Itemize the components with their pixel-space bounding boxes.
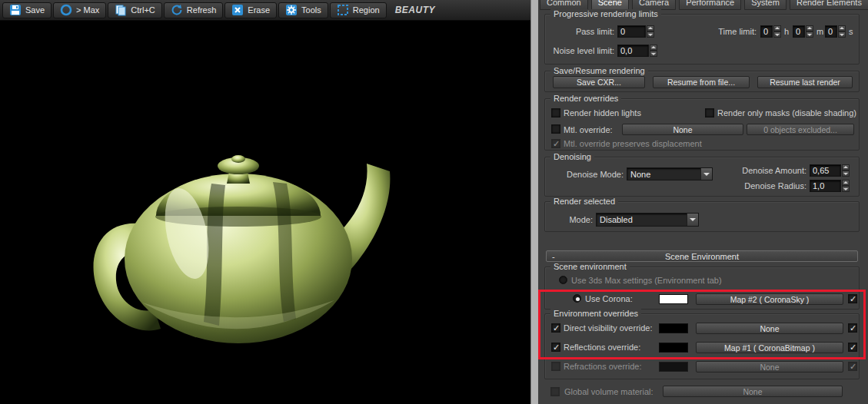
noise-limit-label: Noise level limit: xyxy=(547,46,614,56)
corona-environment-map-toggle[interactable] xyxy=(848,294,857,303)
copy-button-label: Ctrl+C xyxy=(131,5,155,15)
collapse-icon[interactable]: - xyxy=(552,252,555,261)
teapot-render xyxy=(88,91,396,353)
screenshot-root: Save > Max Ctrl+C Refresh xyxy=(0,0,868,404)
chevron-down-icon[interactable] xyxy=(700,168,712,180)
time-limit-label: Time limit: xyxy=(699,27,757,37)
use-max-settings-radio[interactable] xyxy=(559,276,567,284)
group-denoising: Denoising Denoise Mode: None Denoise Amo… xyxy=(544,157,860,197)
use-max-settings-label: Use 3ds Max settings (Environment tab) xyxy=(571,276,722,286)
preserve-displacement-checkbox[interactable] xyxy=(551,139,560,148)
refresh-button[interactable]: Refresh xyxy=(164,2,224,18)
direct-visibility-map-toggle[interactable] xyxy=(848,323,857,333)
window-divider xyxy=(530,0,538,404)
tools-button[interactable]: Tools xyxy=(278,2,328,18)
refresh-button-label: Refresh xyxy=(187,5,217,15)
denoise-mode-dropdown[interactable]: None xyxy=(627,167,713,180)
spinner-arrows-icon[interactable] xyxy=(838,25,846,38)
x-cross-icon xyxy=(231,4,244,16)
minutes-unit-label: m xyxy=(816,27,823,37)
group-title: Render overrides xyxy=(550,94,621,104)
time-seconds-value: 0 xyxy=(825,25,837,38)
render-selected-mode-dropdown[interactable]: Disabled xyxy=(596,213,699,227)
corona-environment-map-button[interactable]: Map #2 ( CoronaSky ) xyxy=(696,293,843,305)
denoise-amount-spinner[interactable]: 0,65 xyxy=(810,164,850,177)
objects-excluded-button[interactable]: 0 objects excluded... xyxy=(747,124,854,135)
denoise-radius-spinner[interactable]: 1,0 xyxy=(810,180,850,192)
mtl-override-label: Mtl. override: xyxy=(564,125,613,135)
pass-limit-label: Pass limit: xyxy=(553,27,614,37)
preserve-displacement-label: Mtl. override preserves displacement xyxy=(564,139,702,149)
use-corona-radio[interactable] xyxy=(573,294,581,303)
tab-performance[interactable]: Performance xyxy=(679,0,741,10)
noise-limit-value: 0,0 xyxy=(617,45,649,57)
render-only-masks-checkbox[interactable] xyxy=(705,108,714,118)
erase-button[interactable]: Erase xyxy=(224,2,277,18)
denoise-radius-label: Denoise Radius: xyxy=(730,181,806,191)
seconds-unit-label: s xyxy=(849,27,853,37)
copy-icon xyxy=(115,4,127,16)
resume-last-render-button[interactable]: Resume last render xyxy=(757,76,853,88)
noise-limit-spinner[interactable]: 0,0 xyxy=(617,45,657,57)
tab-system[interactable]: System xyxy=(744,0,787,10)
spinner-arrows-icon[interactable] xyxy=(647,25,654,38)
group-environment-overrides: Environment overrides Direct visibility … xyxy=(544,313,860,379)
hours-unit-label: h xyxy=(784,27,789,37)
pass-limit-spinner[interactable]: 0 xyxy=(617,25,654,38)
time-limit-minutes-spinner[interactable]: 0 xyxy=(793,25,813,38)
mtl-override-checkbox[interactable] xyxy=(551,124,560,134)
reflections-map-button[interactable]: Map #1 ( CoronaBitmap ) xyxy=(696,342,843,353)
save-icon xyxy=(9,4,22,16)
region-button[interactable]: Region xyxy=(330,2,387,18)
global-volume-slot-button[interactable]: None xyxy=(663,386,843,397)
pass-limit-value: 0 xyxy=(617,25,646,38)
spinner-arrows-icon[interactable] xyxy=(842,164,850,177)
save-cxr-button[interactable]: Save CXR... xyxy=(553,76,645,88)
reflections-color-swatch[interactable] xyxy=(659,343,688,353)
group-title: Render selected xyxy=(550,197,618,207)
rollout-title: Scene Environment xyxy=(665,252,739,261)
refractions-map-button[interactable]: None xyxy=(696,361,843,373)
reflections-override-checkbox[interactable] xyxy=(551,343,560,352)
erase-button-label: Erase xyxy=(248,5,270,15)
denoise-amount-label: Denoise Amount: xyxy=(730,166,806,176)
chevron-down-icon[interactable] xyxy=(687,214,698,226)
reflections-map-toggle[interactable] xyxy=(848,343,857,352)
group-title: Save/Resume rendering xyxy=(550,66,648,76)
time-limit-seconds-spinner[interactable]: 0 xyxy=(825,25,846,38)
direct-visibility-map-button[interactable]: None xyxy=(696,323,843,334)
mtl-override-slot-button[interactable]: None xyxy=(622,124,743,135)
vfb-toolbar: Save > Max Ctrl+C Refresh xyxy=(0,0,530,21)
spinner-arrows-icon[interactable] xyxy=(650,45,657,57)
time-limit-hours-spinner[interactable]: 0 xyxy=(760,25,781,38)
spinner-arrows-icon[interactable] xyxy=(806,25,813,38)
direct-visibility-override-checkbox[interactable] xyxy=(551,323,560,333)
send-to-max-button[interactable]: > Max xyxy=(53,2,106,18)
group-title: Scene environment xyxy=(550,262,630,272)
copy-button[interactable]: Ctrl+C xyxy=(108,2,161,18)
tools-button-label: Tools xyxy=(301,5,321,15)
save-button[interactable]: Save xyxy=(2,2,52,18)
group-render-overrides: Render overrides Render hidden lights Re… xyxy=(544,98,860,151)
refractions-override-label: Refractions override: xyxy=(564,362,642,372)
refractions-color-swatch[interactable] xyxy=(659,362,688,372)
group-title: Progressive rendering limits xyxy=(550,9,661,19)
refractions-override-checkbox[interactable] xyxy=(551,362,560,371)
resume-from-file-button[interactable]: Resume from file... xyxy=(653,76,750,88)
direct-visibility-color-swatch[interactable] xyxy=(659,323,688,333)
spinner-arrows-icon[interactable] xyxy=(842,180,850,192)
scene-environment-rollout-header[interactable]: - Scene Environment xyxy=(546,250,858,262)
corona-environment-color-swatch[interactable] xyxy=(659,294,688,304)
group-render-selected: Render selected Mode: Disabled xyxy=(544,201,860,232)
tab-render-elements[interactable]: Render Elements xyxy=(790,0,868,10)
spinner-arrows-icon[interactable] xyxy=(773,25,781,38)
gear-icon xyxy=(285,4,298,16)
send-to-max-label: > Max xyxy=(76,5,99,15)
denoise-mode-value: None xyxy=(627,168,700,180)
denoise-mode-label: Denoise Mode: xyxy=(547,170,624,180)
global-volume-checkbox[interactable] xyxy=(550,387,560,396)
global-volume-label: Global volume material: xyxy=(564,387,653,397)
group-save-resume: Save/Resume rendering Save CXR... Resume… xyxy=(544,71,860,92)
refractions-map-toggle[interactable] xyxy=(848,362,857,371)
render-hidden-lights-checkbox[interactable] xyxy=(551,108,560,118)
